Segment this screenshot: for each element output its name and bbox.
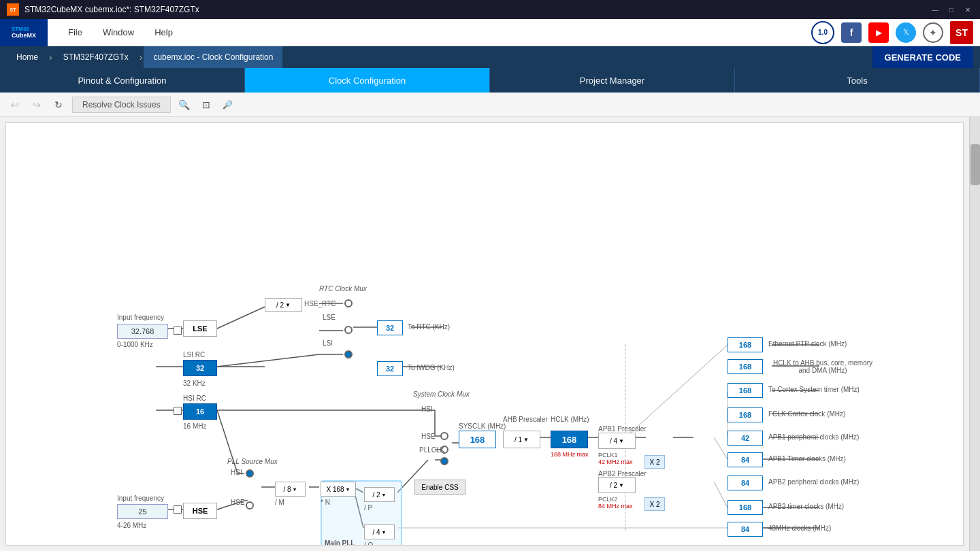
- apb1-timer-val[interactable]: 84: [728, 452, 763, 467]
- main-tabs: Pinout & Configuration Clock Configurati…: [0, 68, 980, 93]
- breadcrumb-home[interactable]: Home: [7, 46, 48, 68]
- right-scrollbar[interactable]: [969, 117, 980, 551]
- breadcrumb-current[interactable]: cubemx.ioc - Clock Configuration: [144, 46, 282, 68]
- enable-css-button[interactable]: Enable CSS: [414, 480, 466, 495]
- network-icon[interactable]: ✦: [923, 22, 943, 43]
- m-label: / M: [275, 499, 284, 506]
- tab-project-manager[interactable]: Project Manager: [490, 68, 735, 93]
- menu-right-icons: 1.0 f ▶ 𝕏 ✦ ST: [811, 21, 980, 44]
- ahb-val[interactable]: 168: [728, 359, 763, 374]
- ahb-prescaler-dropdown[interactable]: / 1▼: [503, 431, 540, 448]
- fit-button[interactable]: ⊡: [198, 97, 214, 113]
- sysclk-val-box[interactable]: 168: [459, 431, 496, 448]
- diagram-container: Input frequency 32.768 0-1000 KHz LSE LS…: [6, 123, 963, 545]
- x2-1-box: X 2: [644, 455, 665, 469]
- input-freq-1-value[interactable]: 32.768: [117, 324, 168, 339]
- generate-code-button[interactable]: GENERATE CODE: [872, 46, 973, 68]
- hse-sys-label: HSE: [421, 433, 436, 440]
- hsi-checkbox[interactable]: [174, 407, 182, 415]
- pll-src-label: PLL Source Mux: [227, 458, 278, 465]
- iwdg-val-box[interactable]: 32: [377, 361, 403, 376]
- apb2-prescaler-dropdown[interactable]: / 2▼: [598, 477, 636, 493]
- tab-tools[interactable]: Tools: [735, 68, 980, 93]
- lse-label2: LSE: [323, 314, 336, 321]
- q-label: / Q: [364, 541, 373, 546]
- svg-line-25: [625, 345, 728, 437]
- pll-src-hsi-radio[interactable]: [246, 469, 254, 478]
- main-pll-label: Main PLL: [325, 539, 355, 546]
- pll-src-hse-radio[interactable]: [246, 501, 254, 510]
- minimize-button[interactable]: —: [930, 4, 941, 15]
- lse-checkbox[interactable]: [174, 327, 182, 335]
- m-divider-dropdown[interactable]: / 8▼: [275, 482, 306, 497]
- scroll-thumb[interactable]: [970, 144, 980, 185]
- input-freq-1-label: Input frequency: [117, 314, 175, 321]
- sys-mux-pll-radio[interactable]: [440, 457, 448, 465]
- rtc-val-box[interactable]: 32: [377, 320, 403, 335]
- redo-button[interactable]: ↪: [29, 97, 45, 113]
- input-freq-2-value[interactable]: 25: [117, 504, 168, 519]
- p-divider-dropdown[interactable]: / 2▼: [364, 487, 395, 502]
- q-divider-dropdown[interactable]: / 4▼: [364, 524, 395, 539]
- lsi-label: LSI: [323, 339, 333, 347]
- rtc-mux-lsi-radio[interactable]: [344, 350, 353, 358]
- main-content: Input frequency 32.768 0-1000 KHz LSE LS…: [0, 117, 980, 551]
- svg-line-46: [714, 482, 728, 507]
- app-logo: STM32 CubeMX: [0, 19, 48, 46]
- hsi-value-box[interactable]: 16: [183, 403, 217, 420]
- hclk-label: HCLK (MHz): [551, 416, 589, 423]
- zoom-in-button[interactable]: 🔍: [176, 97, 193, 113]
- hse-rtc-div-dropdown[interactable]: / 2▼: [265, 298, 302, 312]
- apb1-timer-label: APB1 Timer clocks (MHz): [768, 455, 846, 463]
- apb2-periph-val[interactable]: 84: [728, 475, 763, 490]
- maximize-button[interactable]: □: [946, 4, 957, 15]
- x2-2-box: X 2: [644, 497, 665, 511]
- breadcrumb-arrow-2: ›: [140, 52, 143, 63]
- ahb-label: HCLK to AHB bus, core, memory and DMA (M…: [768, 359, 877, 374]
- n-label: * N: [321, 499, 330, 506]
- version-badge: 1.0: [811, 21, 834, 44]
- youtube-icon[interactable]: ▶: [868, 22, 889, 43]
- toolbar: ↩ ↪ ↻ Resolve Clock Issues 🔍 ⊡ 🔎: [0, 93, 980, 117]
- hclk-val-box[interactable]: 168: [551, 431, 588, 448]
- hse-box: HSE: [183, 503, 217, 519]
- st-brand-icon[interactable]: ST: [950, 21, 973, 44]
- sys-mux-hsi-radio[interactable]: [440, 432, 448, 440]
- close-button[interactable]: ✕: [962, 4, 973, 15]
- fclk-val[interactable]: 168: [728, 407, 763, 422]
- undo-button[interactable]: ↩: [7, 97, 23, 113]
- apb1-prescaler-dropdown[interactable]: / 4▼: [598, 433, 636, 449]
- zoom-out-button[interactable]: 🔎: [220, 97, 236, 113]
- apb2-timer-label: APB2 timer clocks (MHz): [768, 503, 844, 510]
- sys-mux-label: System Clock Mux: [413, 390, 470, 398]
- cortex-timer-val[interactable]: 168: [728, 383, 763, 398]
- facebook-icon[interactable]: f: [841, 22, 862, 43]
- eth-ptp-val[interactable]: 168: [728, 337, 763, 352]
- 48mhz-val[interactable]: 84: [728, 522, 763, 537]
- window-controls[interactable]: — □ ✕: [930, 4, 973, 15]
- hsi-sys-label: HSI: [421, 405, 433, 413]
- menu-window[interactable]: Window: [103, 27, 134, 37]
- fclk-label: FCLK Cortex clock (MHz): [768, 410, 845, 418]
- rtc-mux-lse-radio[interactable]: [344, 326, 353, 334]
- n-multiplier-dropdown[interactable]: X 168▼: [321, 482, 356, 497]
- rtc-mux-hse-radio[interactable]: [344, 299, 353, 307]
- hse-checkbox[interactable]: [174, 505, 182, 514]
- lsi-unit-label: 32 KHz: [183, 380, 206, 387]
- tab-clock[interactable]: Clock Configuration: [245, 68, 490, 93]
- pclk1-max-label: 42 MHz max: [598, 458, 633, 465]
- twitter-icon[interactable]: 𝕏: [896, 22, 916, 43]
- apb1-periph-val[interactable]: 42: [728, 431, 763, 446]
- lsi-value-box[interactable]: 32: [183, 360, 217, 376]
- breadcrumb-device[interactable]: STM32F407ZGTx: [54, 46, 138, 68]
- menu-help[interactable]: Help: [154, 27, 173, 37]
- apb2-timer-val[interactable]: 168: [728, 500, 763, 515]
- breadcrumb-arrow-1: ›: [49, 52, 52, 63]
- refresh-button[interactable]: ↻: [50, 97, 67, 113]
- pllclk-sys-label: PLLCLK: [419, 446, 444, 454]
- tab-pinout[interactable]: Pinout & Configuration: [0, 68, 245, 93]
- menu-file[interactable]: File: [68, 27, 82, 37]
- resolve-clock-button[interactable]: Resolve Clock Issues: [72, 97, 171, 113]
- hsi-pll-label: HSI: [231, 469, 242, 476]
- apb1-prescaler-label: APB1 Prescaler: [598, 425, 647, 433]
